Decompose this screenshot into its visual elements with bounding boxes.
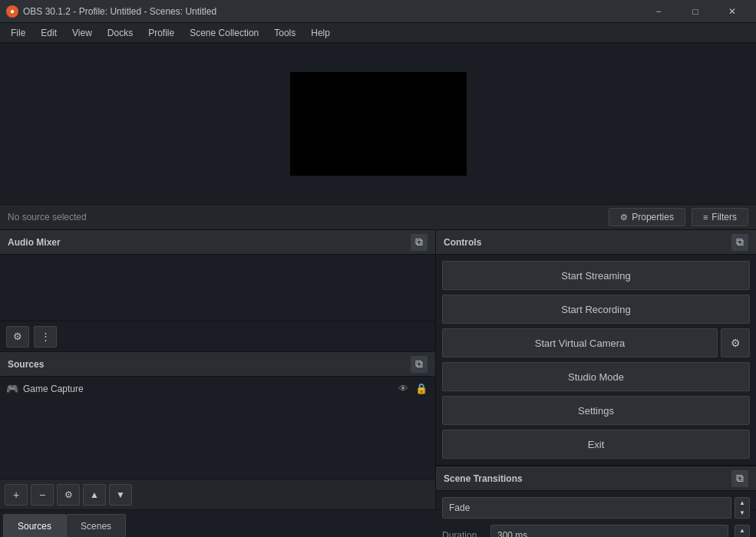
exit-button[interactable]: Exit [442, 430, 750, 459]
preview-canvas [290, 72, 467, 176]
gear-icon: ⚙ [64, 489, 73, 500]
start-virtual-camera-label: Start Virtual Camera [535, 338, 626, 349]
filters-button[interactable]: ≡ Filters [692, 208, 748, 226]
audio-mixer-header: Audio Mixer ⧉ [0, 230, 435, 255]
dots-icon: ⋮ [41, 331, 51, 342]
start-recording-label: Start Recording [561, 304, 630, 315]
audio-mixer-title: Audio Mixer [8, 237, 411, 248]
sources-header: Sources ⧉ [0, 352, 435, 377]
audio-mixer: Audio Mixer ⧉ ⚙ ⋮ [0, 230, 435, 352]
sources-footer: + − ⚙ ▲ ▼ [0, 479, 435, 509]
studio-mode-label: Studio Mode [568, 371, 624, 383]
down-arrow-icon: ▼ [116, 489, 125, 500]
scene-transitions-title: Scene Transitions [444, 473, 731, 484]
transition-select[interactable]: Fade [442, 497, 731, 519]
menu-edit[interactable]: Edit [33, 26, 64, 40]
duration-value: 300 ms [490, 525, 728, 537]
menu-scene-collection[interactable]: Scene Collection [182, 26, 266, 40]
audio-mixer-more-button[interactable]: ⋮ [34, 326, 57, 348]
settings-button[interactable]: Settings [442, 396, 750, 425]
right-panel: Controls ⧉ Start Streaming Start Recordi… [436, 230, 756, 509]
title-bar: ● OBS 30.1.2 - Profile: Untitled - Scene… [0, 0, 756, 23]
source-bar: No source selected ⚙ Properties ≡ Filter… [0, 204, 756, 230]
maximize-button[interactable]: □ [678, 0, 713, 23]
virtual-camera-row: Start Virtual Camera ⚙ [442, 328, 750, 357]
source-item-name: Game Capture [23, 384, 391, 394]
sources-add-button[interactable]: + [5, 484, 28, 506]
game-capture-icon: 🎮 [6, 383, 18, 394]
menu-view[interactable]: View [64, 26, 100, 40]
duration-spinner: ▲ ▼ [735, 525, 750, 537]
tab-sources[interactable]: Sources [3, 514, 66, 537]
studio-mode-button[interactable]: Studio Mode [442, 362, 750, 391]
sources-content: 🎮 Game Capture 👁 🔒 [0, 377, 435, 479]
tab-scenes[interactable]: Scenes [66, 514, 126, 537]
eye-icon: 👁 [398, 383, 408, 394]
sources-panel: Sources ⧉ 🎮 Game Capture 👁 🔒 [0, 352, 435, 509]
virtual-camera-settings-button[interactable]: ⚙ [721, 328, 750, 357]
audio-mixer-gear-button[interactable]: ⚙ [6, 326, 29, 348]
transition-spinner-down[interactable]: ▼ [735, 508, 749, 518]
menu-tools[interactable]: Tools [266, 26, 303, 40]
audio-mixer-footer: ⚙ ⋮ [0, 321, 435, 351]
sources-remove-button[interactable]: − [31, 484, 54, 506]
transition-spinner: ▲ ▼ [735, 497, 750, 519]
start-streaming-button[interactable]: Start Streaming [442, 261, 750, 290]
up-arrow-icon: ▲ [90, 489, 99, 500]
menu-help[interactable]: Help [303, 26, 338, 40]
properties-label: Properties [632, 212, 674, 222]
title-bar-controls: − □ ✕ [641, 0, 750, 23]
duration-label: Duration [442, 530, 484, 537]
transition-select-row: Fade ▲ ▼ [442, 497, 750, 519]
no-source-text: No source selected [8, 212, 602, 222]
left-panel: Audio Mixer ⧉ ⚙ ⋮ Sources ⧉ 🎮 [0, 230, 436, 509]
menu-file[interactable]: File [3, 26, 33, 40]
app-icon: ● [6, 5, 18, 18]
exit-label: Exit [588, 439, 605, 450]
controls-minimize[interactable]: ⧉ [731, 234, 748, 251]
preview-area [0, 43, 756, 204]
menu-bar: File Edit View Docks Profile Scene Colle… [0, 23, 756, 43]
filters-label: Filters [711, 212, 737, 222]
source-item-game-capture[interactable]: 🎮 Game Capture 👁 🔒 [0, 377, 435, 401]
scene-transitions: Scene Transitions ⧉ Fade ▲ ▼ Duration 30… [436, 466, 756, 537]
remove-icon: − [39, 489, 45, 501]
sources-move-down-button[interactable]: ▼ [109, 484, 132, 506]
controls-panel: Start Streaming Start Recording Start Vi… [436, 255, 756, 466]
lock-icon: 🔒 [415, 383, 428, 394]
tab-scenes-label: Scenes [81, 521, 111, 532]
tab-sources-label: Sources [18, 521, 51, 532]
start-recording-button[interactable]: Start Recording [442, 295, 750, 324]
title-bar-text: OBS 30.1.2 - Profile: Untitled - Scenes:… [23, 6, 641, 17]
sources-title: Sources [8, 359, 411, 370]
audio-mixer-minimize[interactable]: ⧉ [411, 234, 428, 251]
start-streaming-label: Start Streaming [561, 270, 630, 282]
add-icon: + [13, 489, 19, 501]
menu-profile[interactable]: Profile [140, 26, 182, 40]
source-visibility-button[interactable]: 👁 [395, 381, 411, 397]
start-virtual-camera-button[interactable]: Start Virtual Camera [442, 328, 718, 357]
menu-docks[interactable]: Docks [100, 26, 140, 40]
source-lock-button[interactable]: 🔒 [414, 381, 429, 397]
sources-minimize[interactable]: ⧉ [411, 356, 428, 373]
properties-button[interactable]: ⚙ Properties [609, 208, 685, 226]
main-content: Audio Mixer ⧉ ⚙ ⋮ Sources ⧉ 🎮 [0, 230, 756, 509]
minimize-button[interactable]: − [641, 0, 676, 23]
sources-move-up-button[interactable]: ▲ [83, 484, 106, 506]
scene-transitions-header: Scene Transitions ⧉ [436, 466, 756, 491]
gear-icon: ⚙ [731, 337, 741, 349]
transition-spinner-up[interactable]: ▲ [735, 498, 749, 508]
source-item-controls: 👁 🔒 [395, 381, 429, 397]
duration-row: Duration 300 ms ▲ ▼ [442, 525, 750, 537]
duration-spinner-up[interactable]: ▲ [735, 525, 749, 535]
gear-icon: ⚙ [620, 212, 628, 222]
scene-transitions-minimize[interactable]: ⧉ [731, 470, 748, 487]
audio-mixer-content [0, 255, 435, 321]
transitions-content: Fade ▲ ▼ Duration 300 ms ▲ ▼ [436, 491, 756, 537]
settings-label: Settings [578, 405, 614, 417]
filter-icon: ≡ [703, 212, 708, 222]
sources-gear-button[interactable]: ⚙ [57, 484, 80, 506]
gear-icon: ⚙ [13, 331, 22, 342]
close-button[interactable]: ✕ [715, 0, 750, 23]
controls-title: Controls [444, 237, 731, 248]
